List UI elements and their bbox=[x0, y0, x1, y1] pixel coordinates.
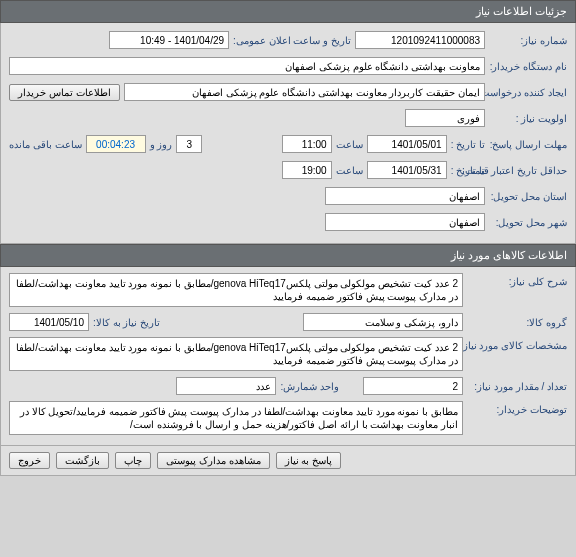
qty-label: تعداد / مقدار مورد نیاز: bbox=[467, 381, 567, 392]
time-label-2: ساعت bbox=[336, 165, 363, 176]
buyer-field: معاونت بهداشتی دانشگاه علوم پزشکی اصفهان bbox=[9, 57, 485, 75]
time-label-1: ساعت bbox=[336, 139, 363, 150]
notes-field: مطابق با نمونه مورد تایید معاونت بهداشت/… bbox=[9, 401, 463, 435]
need-number-label: شماره نیاز: bbox=[489, 35, 567, 46]
reply-date-field: 1401/05/01 bbox=[367, 135, 447, 153]
countdown-field: 00:04:23 bbox=[86, 135, 146, 153]
reply-deadline-label: مهلت ارسال پاسخ: bbox=[489, 139, 567, 150]
city-label: شهر محل تحویل: bbox=[489, 217, 567, 228]
remain-label: ساعت باقی مانده bbox=[9, 139, 82, 150]
panel-header-items: اطلاعات کالاهای مورد نیاز bbox=[0, 244, 576, 267]
group-field: دارو، پزشکی و سلامت bbox=[303, 313, 463, 331]
exit-button[interactable]: خروج bbox=[9, 452, 50, 469]
unit-field: عدد bbox=[176, 377, 276, 395]
province-field: اصفهان bbox=[325, 187, 485, 205]
price-date-field: 1401/05/31 bbox=[367, 161, 447, 179]
buyer-label: نام دستگاه خریدار: bbox=[489, 61, 567, 72]
panel-body-items: شرح کلی نیاز: 2 عدد کیت تشخیص مولکولی مو… bbox=[0, 267, 576, 446]
qty-field: 2 bbox=[363, 377, 463, 395]
delivery-label: تاریخ نیاز به کالا: bbox=[93, 317, 160, 328]
footer-bar: پاسخ به نیاز مشاهده مدارک پیوستی چاپ باز… bbox=[0, 446, 576, 476]
reply-time-field: 11:00 bbox=[282, 135, 332, 153]
announce-field: 1401/04/29 - 10:49 bbox=[109, 31, 229, 49]
view-attachments-button[interactable]: مشاهده مدارک پیوستی bbox=[157, 452, 270, 469]
creator-label: ایجاد کننده درخواست: bbox=[489, 87, 567, 98]
city-field: اصفهان bbox=[325, 213, 485, 231]
reply-button[interactable]: پاسخ به نیاز bbox=[276, 452, 342, 469]
back-button[interactable]: بازگشت bbox=[56, 452, 109, 469]
province-label: استان محل تحویل: bbox=[489, 191, 567, 202]
days-field: 3 bbox=[176, 135, 202, 153]
print-button[interactable]: چاپ bbox=[115, 452, 151, 469]
need-number-field: 1201092411000083 bbox=[355, 31, 485, 49]
group-label: گروه کالا: bbox=[467, 317, 567, 328]
desc-field: 2 عدد کیت تشخیص مولکولی مولتی پلکسgenova… bbox=[9, 273, 463, 307]
panel-header-need: جزئیات اطلاعات نیاز bbox=[0, 0, 576, 23]
to-date-label-1: تا تاریخ : bbox=[451, 139, 485, 150]
days-label: روز و bbox=[150, 139, 173, 150]
panel-body-need: شماره نیاز: 1201092411000083 تاریخ و ساع… bbox=[0, 23, 576, 244]
price-time-field: 19:00 bbox=[282, 161, 332, 179]
to-date-label-2: تا تاریخ : bbox=[451, 165, 485, 176]
notes-label: توضیحات خریدار: bbox=[467, 401, 567, 415]
unit-label: واحد شمارش: bbox=[280, 381, 339, 392]
priority-field: فوری bbox=[405, 109, 485, 127]
spec-label: مشخصات کالای مورد نیاز: bbox=[467, 337, 567, 351]
creator-field: ایمان حقیقت کاربردار معاونت بهداشتی دانش… bbox=[124, 83, 485, 101]
spec-field: 2 عدد کیت تشخیص مولکولی مولتی پلکسgenova… bbox=[9, 337, 463, 371]
contact-buyer-button[interactable]: اطلاعات تماس خریدار bbox=[9, 84, 120, 101]
priority-label: اولویت نیاز : bbox=[489, 113, 567, 124]
price-valid-label: حداقل تاریخ اعتبار قیمت: bbox=[489, 165, 567, 176]
desc-label: شرح کلی نیاز: bbox=[467, 273, 567, 287]
announce-label: تاریخ و ساعت اعلان عمومی: bbox=[233, 35, 351, 46]
delivery-field: 1401/05/10 bbox=[9, 313, 89, 331]
